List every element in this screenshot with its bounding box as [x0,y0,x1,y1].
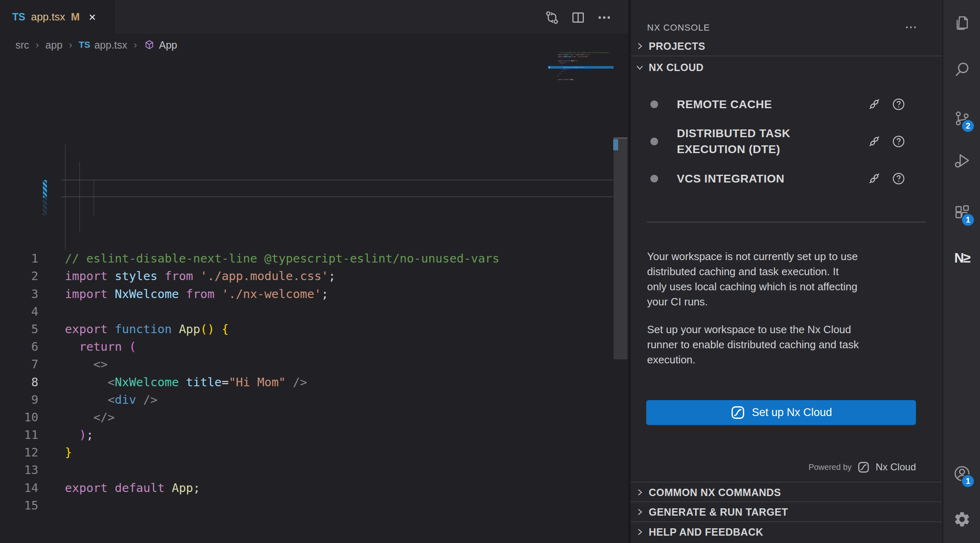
nx-console-icon[interactable]: N≥ [951,247,973,269]
badge-count: 1 [961,474,975,488]
tab-app-tsx[interactable]: TS app.tsx M × [0,0,115,34]
line-number: 3 [0,285,38,303]
info-paragraph: Set up your workspace to use the Nx Clou… [647,322,929,367]
breadcrumb-item[interactable]: src [16,39,29,51]
status-dot-icon [650,100,658,108]
line-number: 7 [0,356,38,373]
line-number: 12 [0,444,38,461]
breadcrumb: src›app›TSapp.tsx›App [0,34,628,56]
section-projects[interactable]: PROJECTS [631,36,942,56]
section-common-nx-commands[interactable]: COMMON NX COMMANDS [631,483,942,502]
code-line[interactable]: 14export default App; [0,479,628,497]
nx-cloud-feature-row: DISTRIBUTED TASKEXECUTION (DTE) [647,122,933,160]
panel-title: NX CONSOLE [647,22,710,33]
editor-actions [543,8,614,27]
run-and-debug-icon[interactable] [951,150,973,171]
powered-by: Powered by Nx Cloud [631,458,916,476]
symbol-namespace-icon [144,39,155,51]
setup-nx-cloud-button[interactable]: Set up Nx Cloud [646,400,916,425]
connect-plug-icon[interactable] [867,97,881,111]
explorer-icon[interactable] [951,13,973,34]
nx-cloud-feature-row: VCS INTEGRATION [647,168,933,189]
badge-count: 1 [961,213,975,227]
chevron-right-icon [635,487,645,497]
overview-ruler-modified-marker [613,139,618,150]
panel-more-actions-icon[interactable]: ⋯ [905,20,918,34]
help-question-icon[interactable] [892,172,905,185]
status-dot-icon [650,138,658,145]
code-line[interactable]: 7 <> [0,356,628,373]
code-line[interactable]: 8 <NxWelcome title="Hi Mom" /> [0,374,628,391]
code-editor[interactable]: 1// eslint-disable-next-line @typescript… [0,56,628,543]
help-question-icon[interactable] [892,135,905,148]
tab-label: app.tsx [31,11,65,23]
help-question-icon[interactable] [892,98,905,111]
line-number: 5 [0,320,38,338]
code-line[interactable]: 2import styles from './app.module.css'; [0,267,628,285]
breadcrumb-separator: › [134,39,137,51]
activity-bar: 21N≥1 [942,0,980,543]
gutter-modified-marker-dim [43,198,47,215]
code-line[interactable]: 15 [0,497,628,514]
setup-button-label: Set up Nx Cloud [752,406,832,419]
code-line[interactable]: 10 </> [0,409,628,426]
line-number: 11 [0,426,38,444]
nx-cloud-logo-icon [857,461,870,474]
minimap[interactable]: // eslint-disable-next-line @typescript-… [550,51,614,86]
feature-label: VCS INTEGRATION [677,171,852,187]
code-line[interactable]: 13 [0,461,628,479]
gutter-modified-marker [43,180,47,198]
code-line[interactable]: 11 ); [0,426,628,444]
section-generate-run-target[interactable]: GENERATE & RUN TARGET [631,502,942,522]
current-line-highlight [61,180,613,197]
line-number: 6 [0,338,38,356]
connect-plug-icon[interactable] [867,171,881,185]
line-number: 1 [0,250,38,267]
section-label: GENERATE & RUN TARGET [649,506,788,518]
section-label: NX CLOUD [649,62,704,73]
nx-cloud-feature-row: REMOTE CACHE [647,93,933,115]
line-number: 4 [0,303,38,320]
nx-cloud-logo-icon [730,405,745,420]
typescript-file-icon: TS [79,40,90,50]
split-editor-icon[interactable] [569,8,588,27]
code-line[interactable]: 4 [0,303,628,320]
chevron-right-icon [635,41,645,51]
code-line[interactable]: 12} [0,444,628,461]
code-line [550,81,558,83]
line-number: 8 [0,374,38,391]
tab-bar: TS app.tsx M × [0,0,628,34]
info-paragraph: Your workspace is not currently set up t… [647,249,929,309]
feature-label: REMOTE CACHE [677,96,852,112]
chevron-down-icon [635,62,645,72]
vscode-window: TS app.tsx M × [0,0,980,543]
open-changes-icon[interactable] [543,8,561,27]
editor-group: TS app.tsx M × [0,0,628,543]
feature-label: DISTRIBUTED TASKEXECUTION (DTE) [677,125,852,157]
close-icon[interactable]: × [89,11,96,23]
powered-brand-label: Nx Cloud [876,461,916,473]
section-label: PROJECTS [649,40,705,52]
search-icon[interactable] [951,59,973,80]
breadcrumb-item[interactable]: app [45,39,62,51]
section-help-and-feedback[interactable]: HELP AND FEEDBACK [631,522,942,542]
breadcrumb-item[interactable]: app.tsx [94,39,127,51]
code-line[interactable]: 1// eslint-disable-next-line @typescript… [0,250,628,267]
more-actions-icon[interactable] [595,8,614,27]
section-label: HELP AND FEEDBACK [649,526,763,538]
editor-scrollbar[interactable] [614,138,627,359]
line-number: 10 [0,409,38,426]
modified-badge: M [71,11,80,23]
settings-icon[interactable] [951,509,973,530]
nx-console-panel: NX CONSOLE ⋯ PROJECTS NX CLOUD REMOTE CA… [631,0,942,543]
section-nx-cloud[interactable]: NX CLOUD [631,58,942,77]
connect-plug-icon[interactable] [867,134,881,148]
chevron-right-icon [635,527,645,537]
code-line[interactable]: 9 <div /> [0,391,628,409]
breadcrumb-item[interactable]: App [159,39,177,51]
line-number: 14 [0,479,38,497]
code-line[interactable]: 6 return ( [0,338,628,356]
code-line[interactable]: 3import NxWelcome from './nx-welcome'; [0,285,628,303]
code-line[interactable]: 5export function App() { [0,320,628,338]
breadcrumb-separator: › [69,39,72,51]
